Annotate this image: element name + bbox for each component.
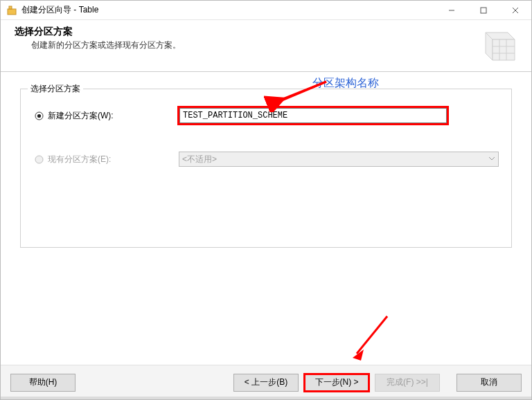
next-button[interactable]: 下一步(N) > (304, 374, 369, 392)
fieldset-legend: 选择分区方案 (28, 83, 83, 95)
finish-button: 完成(F) >>| (375, 374, 440, 392)
app-icon (5, 5, 19, 16)
wizard-header: 选择分区方案 创建新的分区方案或选择现有分区方案。 (1, 20, 531, 72)
back-button-label: < 上一步(B) (245, 376, 287, 388)
header-title: 选择分区方案 (15, 26, 466, 38)
wizard-button-bar: 帮助(H) < 上一步(B) 下一步(N) > 完成(F) >>| 取消 (1, 365, 531, 399)
new-scheme-radio[interactable]: 新建分区方案(W): (33, 110, 179, 122)
scheme-fieldset: 选择分区方案 新建分区方案(W): (20, 89, 512, 248)
cancel-button[interactable]: 取消 (456, 374, 522, 392)
annotation-scheme-name: 分区架构名称 (312, 76, 379, 91)
radio-selected-icon (35, 111, 44, 120)
help-button-label: 帮助(H) (29, 376, 57, 388)
existing-scheme-radio: 现有分区方案(E): (33, 154, 179, 165)
existing-scheme-select: <不适用> (179, 152, 499, 167)
header-description: 创建新的分区方案或选择现有分区方案。 (31, 39, 466, 51)
bottom-border (1, 397, 531, 399)
radio-unselected-icon (35, 155, 44, 164)
decorative-cube-icon (472, 26, 522, 64)
finish-button-label: 完成(F) >>| (387, 376, 428, 388)
svg-rect-0 (8, 9, 16, 15)
new-scheme-input-highlight (179, 107, 447, 124)
help-button[interactable]: 帮助(H) (10, 374, 76, 392)
next-button-label: 下一步(N) > (315, 376, 359, 388)
close-button[interactable] (499, 1, 531, 20)
chevron-down-icon (488, 154, 495, 164)
cancel-button-label: 取消 (481, 376, 497, 388)
svg-point-14 (37, 113, 41, 117)
titlebar: 创建分区向导 - Table (1, 1, 531, 20)
wizard-content: 选择分区方案 新建分区方案(W): (1, 72, 531, 365)
new-scheme-label: 新建分区方案(W): (48, 110, 114, 122)
svg-marker-8 (493, 39, 515, 60)
existing-scheme-select-text: <不适用> (182, 154, 217, 165)
existing-scheme-row: 现有分区方案(E): <不适用> (33, 152, 499, 167)
wizard-window: 创建分区向导 - Table 选择分区方案 创建新的分区方案或选择现有分区方案。 (0, 0, 532, 400)
maximize-button[interactable] (468, 1, 499, 20)
new-scheme-row: 新建分区方案(W): (33, 107, 499, 124)
back-button[interactable]: < 上一步(B) (233, 374, 299, 392)
svg-point-15 (35, 156, 43, 163)
minimize-button[interactable] (436, 1, 468, 20)
svg-rect-3 (481, 8, 486, 13)
svg-rect-1 (9, 6, 12, 9)
window-title: 创建分区向导 - Table (21, 4, 98, 16)
new-scheme-name-input[interactable] (179, 108, 447, 123)
existing-scheme-label: 现有分区方案(E): (48, 154, 111, 165)
